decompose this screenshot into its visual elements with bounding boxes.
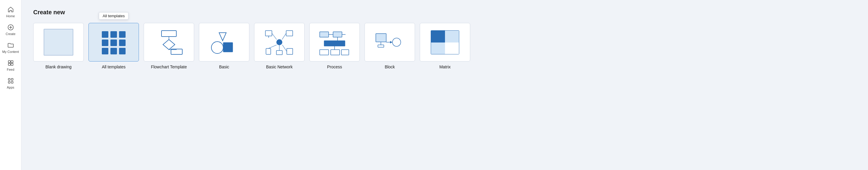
template-card-basic-network[interactable]: Basic Network	[254, 23, 305, 69]
template-label-blank: Blank drawing	[45, 64, 71, 69]
svg-rect-11	[102, 31, 108, 38]
svg-rect-32	[266, 49, 271, 54]
template-label-basic: Basic	[219, 64, 229, 69]
svg-rect-4	[11, 61, 13, 63]
svg-rect-50	[376, 34, 386, 42]
template-label-process: Process	[327, 64, 342, 69]
feed-icon	[7, 59, 14, 66]
sidebar-label-my-content: My Content	[2, 50, 19, 54]
all-templates-tooltip: All templates	[99, 12, 128, 20]
svg-rect-42	[333, 32, 342, 37]
svg-rect-14	[102, 39, 108, 46]
basic-icon	[208, 28, 241, 56]
svg-line-35	[272, 33, 277, 39]
svg-rect-13	[119, 31, 126, 38]
svg-rect-62	[445, 42, 459, 54]
svg-marker-25	[219, 33, 226, 41]
home-icon	[7, 6, 14, 13]
template-label-matrix: Matrix	[439, 64, 451, 69]
sidebar-item-my-content[interactable]: My Content	[0, 39, 21, 56]
apps-icon	[7, 77, 14, 84]
sidebar-item-home[interactable]: Home	[0, 3, 21, 21]
sidebar-label-feed: Feed	[7, 68, 14, 71]
svg-rect-5	[8, 63, 10, 65]
all-templates-thumb	[89, 23, 139, 61]
svg-rect-52	[378, 45, 384, 47]
svg-line-38	[282, 45, 287, 51]
svg-rect-40	[320, 32, 329, 37]
svg-point-55	[393, 38, 401, 46]
svg-rect-61	[431, 42, 445, 54]
svg-rect-3	[8, 61, 10, 63]
section-title: Create new	[33, 9, 856, 16]
sidebar-item-apps[interactable]: Apps	[0, 74, 21, 92]
basic-network-icon	[263, 28, 296, 56]
svg-rect-48	[331, 50, 340, 55]
svg-point-28	[276, 39, 282, 45]
process-thumb	[309, 23, 360, 61]
template-label-all-templates: All templates	[102, 64, 126, 69]
process-icon	[318, 28, 351, 56]
sidebar-item-create[interactable]: Create	[0, 21, 21, 39]
basic-network-thumb	[254, 23, 305, 61]
basic-thumb	[199, 23, 249, 61]
svg-rect-57	[431, 31, 445, 42]
sidebar: Home Create My Content	[0, 0, 21, 170]
flowchart-icon	[153, 28, 185, 56]
template-card-block[interactable]: Block	[365, 23, 415, 69]
svg-rect-33	[287, 49, 293, 54]
blank-drawing-preview	[44, 29, 73, 56]
svg-rect-8	[11, 79, 13, 80]
sidebar-label-create: Create	[6, 32, 16, 36]
templates-row: Blank drawing All templates Al	[33, 23, 856, 69]
svg-line-36	[282, 33, 286, 39]
svg-rect-10	[11, 81, 13, 83]
template-card-all-templates[interactable]: All templates All templates	[89, 23, 139, 69]
template-card-process[interactable]: Process	[309, 23, 360, 69]
create-icon	[7, 24, 14, 31]
sidebar-label-apps: Apps	[7, 86, 14, 89]
svg-rect-49	[341, 50, 349, 55]
block-thumb	[365, 23, 415, 61]
svg-rect-12	[111, 31, 117, 38]
all-templates-icon	[97, 28, 130, 56]
template-label-block: Block	[385, 64, 395, 69]
flowchart-thumb	[144, 23, 194, 61]
sidebar-label-home: Home	[6, 14, 15, 18]
sidebar-item-feed[interactable]: Feed	[0, 56, 21, 74]
svg-rect-29	[266, 31, 272, 36]
svg-rect-20	[161, 31, 176, 36]
template-label-basic-network: Basic Network	[266, 64, 292, 69]
template-card-matrix[interactable]: Matrix	[420, 23, 470, 69]
svg-marker-54	[390, 41, 393, 44]
svg-rect-17	[102, 48, 108, 54]
template-card-basic[interactable]: Basic	[199, 23, 249, 69]
svg-rect-34	[276, 51, 282, 55]
template-card-flowchart[interactable]: Flowchart Template	[144, 23, 194, 69]
svg-rect-15	[111, 39, 117, 46]
template-label-flowchart: Flowchart Template	[151, 64, 187, 69]
svg-rect-26	[223, 42, 233, 52]
svg-rect-31	[286, 31, 293, 36]
svg-rect-60	[445, 31, 459, 42]
blank-thumb	[33, 23, 84, 61]
svg-line-37	[268, 45, 277, 49]
svg-rect-16	[119, 39, 126, 46]
svg-rect-7	[8, 79, 10, 80]
svg-rect-6	[11, 63, 13, 65]
matrix-thumb	[420, 23, 470, 61]
main-content: Create new Blank drawing All templates	[21, 0, 868, 170]
svg-rect-47	[320, 50, 329, 55]
svg-rect-19	[119, 48, 126, 54]
svg-marker-21	[163, 39, 175, 50]
folder-icon	[7, 41, 14, 49]
svg-rect-9	[8, 81, 10, 83]
matrix-icon	[429, 28, 461, 56]
block-icon	[373, 28, 406, 56]
svg-rect-18	[111, 48, 117, 54]
svg-point-27	[211, 41, 223, 54]
svg-rect-45	[324, 41, 345, 46]
template-card-blank[interactable]: Blank drawing	[33, 23, 84, 69]
